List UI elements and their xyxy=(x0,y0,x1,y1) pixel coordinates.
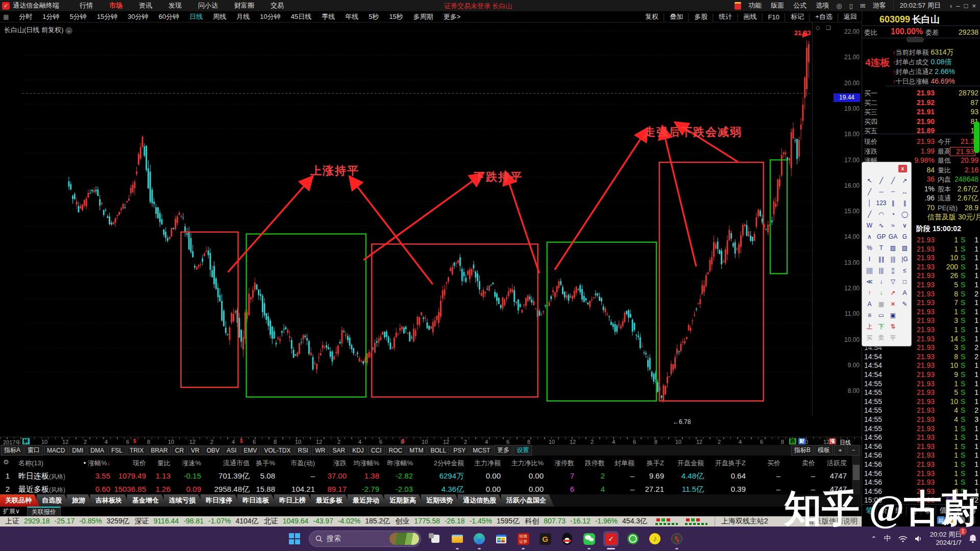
draw-tool-icon[interactable]: GP xyxy=(875,231,887,242)
event-mark-icon[interactable]: 跌 xyxy=(789,438,796,444)
period-5秒[interactable]: 5秒 xyxy=(363,12,384,21)
tab-活跃小盘国企[interactable]: 活跃小盘国企 xyxy=(501,494,554,507)
col-header[interactable]: 均涨幅% xyxy=(347,459,379,468)
period-1分钟[interactable]: 1分钟 xyxy=(37,12,64,21)
col-header[interactable]: • 涨幅%↓ xyxy=(75,459,110,468)
tool-叠加[interactable]: 叠加 xyxy=(666,12,687,21)
draw-tool-icon[interactable]: 买 xyxy=(864,332,875,343)
period-15分钟[interactable]: 15分钟 xyxy=(92,12,122,21)
wechat-icon[interactable] xyxy=(581,531,597,546)
menu-发现[interactable]: 发现 xyxy=(160,1,190,10)
collapse-sellside-button[interactable]: ⌃ xyxy=(906,37,924,42)
tab-近期强势[interactable]: 近期强势 xyxy=(421,494,461,507)
draw-tool-icon[interactable]: ||| xyxy=(887,254,899,265)
col-header[interactable]: 活跃度 xyxy=(815,459,847,468)
index-科创[interactable]: 科创807.73-16.12-1.96%454.3亿 xyxy=(525,517,647,526)
draw-tool-icon[interactable]: G xyxy=(899,231,911,242)
draw-tool-icon[interactable]: ∨ xyxy=(899,220,911,231)
period-60分钟[interactable]: 60分钟 xyxy=(154,12,184,21)
col-header[interactable]: 涨停数 xyxy=(544,459,574,468)
tab-旅游[interactable]: 旅游 xyxy=(67,494,93,507)
tool-统计[interactable]: 统计 xyxy=(715,12,736,21)
indicator-PSY[interactable]: PSY xyxy=(450,446,469,455)
ime-indicator[interactable]: 中 xyxy=(884,534,891,543)
draw-tool-icon[interactable]: ─ xyxy=(875,186,887,197)
close-icon[interactable]: x xyxy=(898,165,907,172)
draw-tool-icon[interactable]: ↖ xyxy=(864,175,875,186)
qq-music-icon[interactable]: ♪ xyxy=(647,531,663,546)
index-深证[interactable]: 深证9116.44-98.81-1.07%4104亿 xyxy=(135,517,259,526)
tab-关联品种[interactable]: 关联品种 xyxy=(0,494,40,507)
cmschina-securities-icon[interactable]: 招商证券 xyxy=(516,531,531,546)
draw-tool-icon[interactable]: ∧ xyxy=(864,231,875,242)
col-header[interactable]: 涨速% xyxy=(170,459,201,468)
indicator-WR[interactable]: WR xyxy=(312,446,328,455)
col-header[interactable]: 开盘金额 xyxy=(664,459,704,468)
tool-多股[interactable]: 多股 xyxy=(691,12,711,21)
draw-tool-icon[interactable]: |||| xyxy=(864,265,875,276)
draw-tool-icon[interactable]: ╱ xyxy=(875,175,887,186)
draw-tool-icon[interactable]: ╱ xyxy=(864,209,875,220)
indicator-CCI[interactable]: CCI xyxy=(368,446,385,455)
col-header[interactable]: 换手Z xyxy=(634,459,664,468)
col-header[interactable]: 卖价 xyxy=(780,459,815,468)
draw-tool-icon[interactable]: ▽ xyxy=(887,276,899,287)
col-header[interactable]: 现价 xyxy=(110,459,146,468)
draw-tool-icon[interactable]: 上 xyxy=(864,321,875,332)
tab-最近异动[interactable]: 最近异动 xyxy=(348,494,387,507)
col-header[interactable]: 涨跌 xyxy=(315,459,347,468)
tab-连续亏损[interactable]: 连续亏损 xyxy=(164,494,204,507)
tool-复权[interactable]: 复权 xyxy=(642,12,662,21)
draw-tool-icon[interactable]: ▣ xyxy=(887,310,899,321)
draw-tool-icon[interactable]: ↓ xyxy=(875,276,887,287)
draw-tool-icon[interactable]: ↗ xyxy=(887,287,899,298)
col-header[interactable]: 换手% xyxy=(250,459,275,468)
col-header[interactable]: 买价 xyxy=(746,459,780,468)
draw-tool-icon[interactable]: ◯ xyxy=(899,209,911,220)
search-input[interactable]: 搜索 xyxy=(309,531,421,547)
period-季线[interactable]: 季线 xyxy=(316,12,340,21)
draw-tool-icon[interactable]: ◔ xyxy=(887,209,899,220)
wifi-icon[interactable] xyxy=(898,535,908,542)
draw-tool-icon[interactable]: ▧ xyxy=(899,242,911,254)
indicator-指标A[interactable]: 指标A xyxy=(1,445,23,456)
event-mark-icon[interactable]: 涨 xyxy=(829,438,836,444)
indicator-RSI[interactable]: RSI xyxy=(295,446,311,455)
indicator-VR[interactable]: VR xyxy=(188,446,203,455)
draw-tool-icon[interactable]: ↔ xyxy=(899,186,911,197)
col-header[interactable]: 量比 xyxy=(146,459,170,468)
indicator-OBV[interactable]: OBV xyxy=(204,446,223,455)
draw-tool-icon[interactable]: ✎ xyxy=(899,298,911,310)
col-header[interactable]: 开盘换手Z xyxy=(704,459,746,468)
draw-tool-icon[interactable]: ¦¦ xyxy=(887,265,899,276)
menu-选项[interactable]: 选项 xyxy=(816,1,829,10)
menu-财富圈[interactable]: 财富圈 xyxy=(226,1,262,10)
draw-tool-icon[interactable]: A xyxy=(864,298,875,310)
tab-基金增仓[interactable]: 基金增仓 xyxy=(127,494,167,507)
index-上证[interactable]: 上证2929.18-25.17-0.85%3259亿 xyxy=(5,517,130,526)
event-mark-icon[interactable]: $ xyxy=(132,438,137,444)
search-highlight-image[interactable] xyxy=(389,533,419,545)
tab-最近多板[interactable]: 最近多板 xyxy=(311,494,351,507)
period-多周期[interactable]: 多周期 xyxy=(408,12,438,21)
tab-近期新高[interactable]: 近期新高 xyxy=(384,494,424,507)
indicator-SAR[interactable]: SAR xyxy=(329,446,348,455)
draw-tool-icon[interactable]: ▨ xyxy=(887,242,899,254)
indicator-FSL[interactable]: FSL xyxy=(108,446,126,455)
maximize-button[interactable]: □ xyxy=(962,2,970,10)
start-button[interactable] xyxy=(287,531,302,546)
period-更多>[interactable]: 更多> xyxy=(438,12,466,21)
draw-tool-icon[interactable]: 平 xyxy=(887,332,899,343)
index-北证[interactable]: 北证1049.64-43.97-4.02%185.2亿 xyxy=(264,517,390,526)
tab-吉林板块[interactable]: 吉林板块 xyxy=(90,494,130,507)
phone-icon[interactable]: ▯ xyxy=(849,2,853,10)
draw-tool-icon[interactable]: ∥∥ xyxy=(875,254,887,265)
bell-icon[interactable] xyxy=(969,534,977,543)
server-label[interactable]: 上海双线主站2 xyxy=(715,517,768,526)
col-header[interactable]: 2分钟金额 xyxy=(413,459,464,468)
diamond-icon[interactable]: ◇ xyxy=(816,24,820,31)
period-日线[interactable]: 日线 xyxy=(184,12,208,21)
indicator-＋[interactable]: ＋ xyxy=(834,445,846,456)
indicator-BOLL[interactable]: BOLL xyxy=(428,446,450,455)
panel-toggle-icon[interactable]: ❏ xyxy=(826,24,831,31)
